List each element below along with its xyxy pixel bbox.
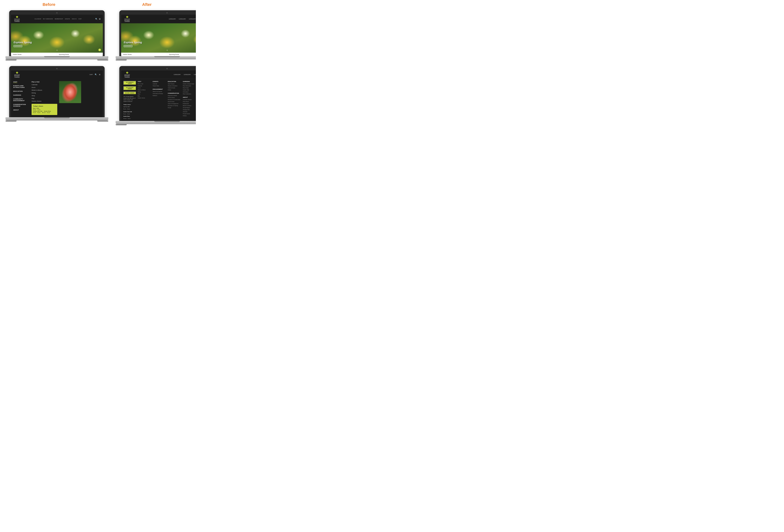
menu-sub-calendar[interactable]: Calendar [32,84,57,86]
nav-cat-3[interactable]: CATEGORY [189,18,196,20]
menu-item-education[interactable]: EDUCATION [13,90,32,92]
menu-sub-hours[interactable]: Hours [32,87,57,88]
mm-visit-shop[interactable]: Shop [138,93,150,95]
mm-visit-plan[interactable]: Plan a Visit [138,83,150,85]
laptop-base-1 [5,56,108,59]
before-title: Before [43,2,55,7]
laptop-base-3 [5,117,108,120]
become-member-btn[interactable]: BECOME A MEMBER [123,92,136,94]
logo-icon-after [125,16,129,18]
mm-events-flower[interactable]: Flower Show [153,85,166,87]
laptop-foot-right-3 [97,120,108,122]
menu-sub-map[interactable]: Map [32,97,57,99]
menu-sub-dining[interactable]: Dining [32,92,57,94]
mm-engagement-therapy[interactable]: Horticultural Therapy [153,93,166,94]
mm-gardens-help[interactable]: Garden Help [183,89,196,91]
mm-about-strategic[interactable]: Strategic Plan [183,109,196,111]
mm-edu-library[interactable]: Library [168,89,180,91]
menu-sub-bloom[interactable]: What's in Bloom [32,89,57,91]
mm-visit-calendar[interactable]: Calendar [138,85,150,87]
mm-cat-3[interactable]: CATEGORY [194,74,196,75]
laptop-camera-4 [166,68,168,69]
mm-gardens-plant-info[interactable]: Plant Information [183,85,196,87]
laptop-feet-3 [5,120,108,122]
mm-about-policies[interactable]: Policies [183,115,196,117]
menu-sub-stories[interactable]: Garden Stories [32,100,57,102]
mm-about-annual[interactable]: Annual Report [183,107,196,109]
mm-con-negaunee[interactable]: Negaunee Institute [168,95,180,96]
menu-item-events[interactable]: EVENTS AND ATTRACTIONS [13,85,32,88]
mm-visit-stories[interactable]: Garden Stories [138,97,150,99]
mm-today-label: Today's hours [123,104,136,105]
nav-donate[interactable]: DONATE [65,18,70,20]
buy-parking-btn[interactable]: BUY ADVANCED PARKING [123,86,136,90]
menu-item-gardens[interactable]: GARDENS [13,94,32,96]
mm-engagement-bud[interactable]: Budburst [153,95,166,96]
nav-cat-1[interactable]: CATEGORY [169,18,176,20]
laptop-frame-3: CHICAGOBOTANICGARDEN CART 🔍 ✕ VISIT EVEN… [9,66,105,117]
laptop-foot-right-1 [97,59,108,61]
mm-con-action[interactable]: Action & Engagement [168,103,180,105]
menu-sub-plan[interactable]: Plan a Visit [32,81,57,83]
learn-more-btn-before[interactable]: LEARN MORE [13,45,22,47]
mm-con-natural[interactable]: Natural Areas [168,101,180,102]
menu-item-visit[interactable]: VISIT [13,81,32,83]
laptop-feet-1 [5,59,108,61]
nav-sign-in[interactable]: SIGN IN [72,18,77,20]
mm-con-science[interactable]: Science News [168,97,180,98]
mm-visit-dining[interactable]: Dining [138,91,150,93]
mm-visit-hours[interactable]: Hours [138,87,150,89]
menu-item-community[interactable]: COMMUNITY ENGAGEMENT [13,98,32,101]
logo-text-after: CHICAGOBOTANICGARDEN [124,19,130,22]
mm-visit-map[interactable]: Map [138,95,150,97]
mm-gardens-finder[interactable]: Plant Finder [183,87,196,89]
mm-gardens-hort[interactable]: Horticulture [183,91,196,93]
hamburger-icon-before[interactable]: ☰ [99,18,101,20]
mm-col-events-title: EVENTS [153,81,166,82]
hours-date-row: May 4, 2023 [33,108,56,109]
mm-edu-teacher[interactable]: Teacher & Students [168,85,180,87]
mm-about-employment[interactable]: Employment [183,103,196,105]
mm-about-volunteer[interactable]: Volunteer [183,111,196,113]
mm-about-press[interactable]: Press Room [183,101,196,102]
mm-visit-bloom[interactable]: What's in Bloom [138,89,150,91]
mm-con-research[interactable]: Research & Conservation [168,99,180,100]
mm-edu-youth[interactable]: Youth & Family [168,87,180,89]
mm-con-people[interactable]: People [168,107,180,109]
mm-col-gardens: GARDENS Garden & Nature Areas Plant Info… [183,81,196,119]
close-icon-menu[interactable]: ✕ [99,73,101,76]
mm-about-private[interactable]: Private Events [183,113,196,115]
nav-membership[interactable]: MEMBERSHIP [55,18,63,20]
laptop-base-4 [116,121,196,124]
learn-more-btn-after[interactable]: LEARN MORE [124,45,132,47]
nav-cat-2[interactable]: CATEGORY [179,18,186,20]
logo-megamenu: CHICAGOBOTANICGARDEN [123,71,131,78]
mm-shop-label: Garden Shop [123,116,136,117]
nav-buy-admission[interactable]: BUY ADMISSION [43,18,53,20]
scroll-chevron-after[interactable]: ∨ [167,49,168,51]
nav-calendar[interactable]: CALENDAR [34,18,41,20]
cart-label-menu[interactable]: CART [89,74,93,75]
scroll-chevron-before[interactable]: ∨ [56,49,58,51]
search-icon-menu[interactable]: 🔍 [95,73,97,76]
mm-con-education[interactable]: Education & Training [168,105,180,107]
mm-gardens-nature[interactable]: Garden & Nature Areas [183,83,196,85]
menu-item-about[interactable]: ABOUT [13,109,32,111]
menu-sub-shop[interactable]: Shop [32,95,57,96]
buy-admission-btn[interactable]: BUY ADMISSION TICKETS [123,81,136,85]
mm-engagement-windy[interactable]: Windy City Harvest [153,91,166,92]
nav-cart-before[interactable]: CART [78,18,82,20]
search-icon-before[interactable]: 🔍 [95,18,97,20]
hero-title-before: Explore Spring [13,41,32,44]
mm-cat-1[interactable]: CATEGORY [174,74,181,75]
mm-cat-2[interactable]: CATEGORY [184,74,191,75]
mm-about-customer[interactable]: Customer Service [183,99,196,100]
pause-btn-before[interactable]: ⏸ [99,49,101,51]
mm-about-mission[interactable]: Mission & History [183,105,196,107]
mm-gardens-collections[interactable]: Plant Collections [183,93,196,95]
laptop-base-2 [116,56,196,59]
mm-events-calendar[interactable]: Calendar [153,83,166,85]
garden-stories-after: Garden Stories [121,53,167,56]
menu-item-conservation[interactable]: CONSERVATION SCIENCE [13,104,32,107]
mm-edu-adult[interactable]: Adult Classes [168,83,180,85]
